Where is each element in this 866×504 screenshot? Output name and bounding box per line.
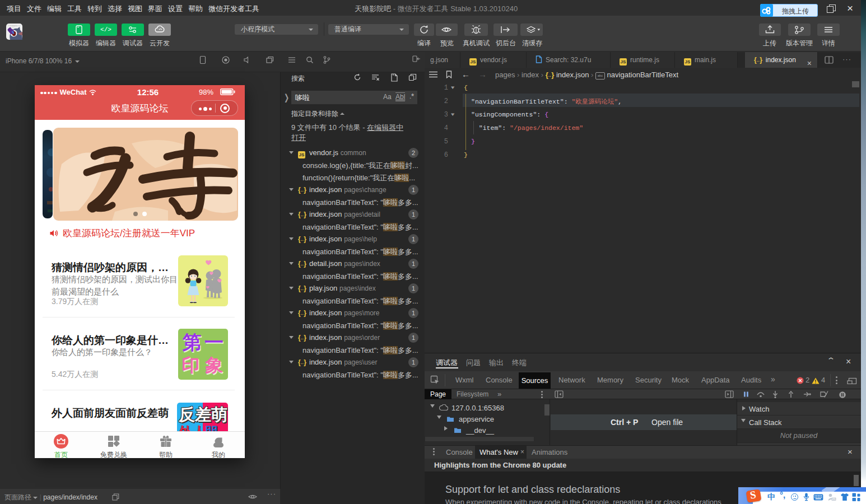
svg-text:21: 21 [832, 497, 835, 501]
svg-text:小米吃香蕉好汉: 小米吃香蕉好汉 [8, 24, 21, 27]
